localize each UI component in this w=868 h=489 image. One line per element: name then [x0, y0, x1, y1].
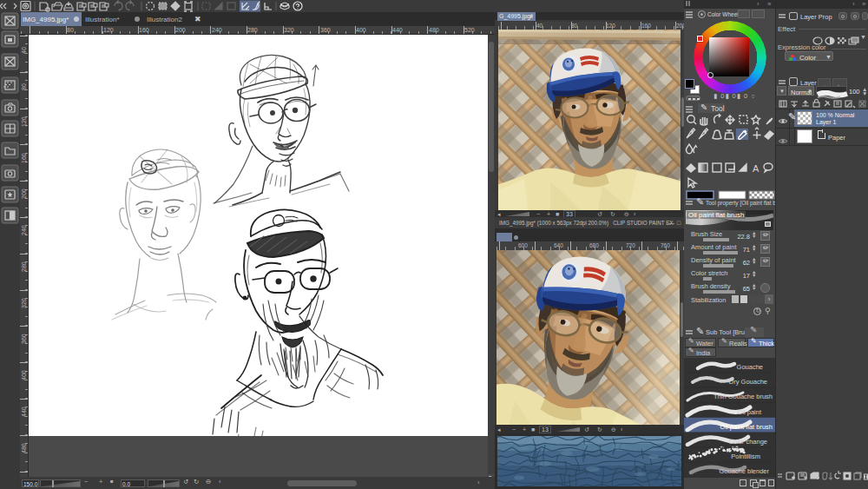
- svg-text:A: A: [753, 163, 760, 174]
